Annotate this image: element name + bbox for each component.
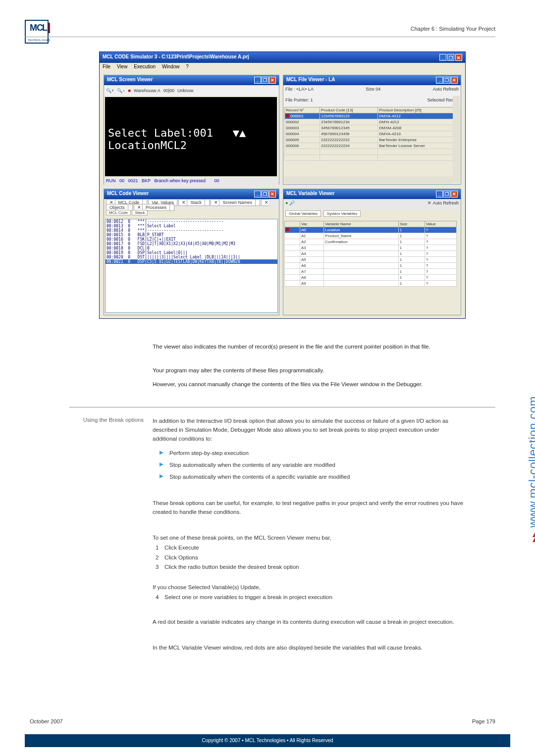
table-row[interactable]: A81? <box>285 275 457 281</box>
minimize-icon[interactable]: _ <box>254 191 261 198</box>
panel-controls[interactable]: _❐✕ <box>436 191 458 198</box>
restore-icon[interactable]: ❐ <box>443 191 450 198</box>
file-value: <LA> LA <box>296 87 314 92</box>
info-icon[interactable]: ● <box>285 201 288 205</box>
logo: M C L TECHNOLOGIES <box>25 20 49 44</box>
col-desc: Product Description [25] <box>378 107 460 113</box>
tab-global[interactable]: Global Variables <box>285 210 321 217</box>
minimize-icon[interactable]: _ <box>436 77 443 84</box>
sel-label: Selected Rec. <box>427 98 455 102</box>
minimize-icon[interactable]: _ <box>254 77 261 84</box>
simulator-titlebar: MCL CODE Simulator 3 - C:\123Print\Proje… <box>100 52 465 63</box>
paragraph: These break options can be useful, for e… <box>153 499 465 517</box>
codeviewer-subtabs[interactable]: MCL Code Stack <box>104 209 279 218</box>
table-row[interactable]: 0000044567890123456DMXA-4210 <box>285 131 460 137</box>
subtab-code[interactable]: MCL Code <box>106 210 131 215</box>
table-row[interactable]: A91? <box>285 281 457 287</box>
step: 1Click Execute <box>156 544 465 553</box>
file-label: File : <box>285 87 295 92</box>
table-row[interactable]: 0000011234567890123DMXA-4212 <box>285 113 460 119</box>
paragraph: In addition to the Interactive I/O break… <box>153 417 465 443</box>
table-row[interactable]: 0000052222222222222BarTender Enterprise <box>285 137 460 143</box>
screenviewer-toolbar[interactable]: 🔍+ 🔍− ■ Warehouse A 00|00 Unknow <box>104 85 279 96</box>
code-line: 00:0018 0 DCL|0 <box>106 246 277 251</box>
menu-view[interactable]: View <box>117 64 128 69</box>
codeviewer-title: MCL Code Viewer <box>107 191 149 198</box>
tab-screennames[interactable]: ✕ Screen Names <box>211 199 260 206</box>
close-icon[interactable]: ✕ <box>451 191 458 198</box>
panel-controls[interactable]: _❐✕ <box>254 191 276 198</box>
restore-icon[interactable]: ❐ <box>262 191 268 198</box>
menu-file[interactable]: File <box>103 64 110 69</box>
restore-icon[interactable]: ❐ <box>262 77 268 84</box>
step: 3Click the radio button beside the desir… <box>156 563 465 572</box>
fileviewer-title: MCL File Viewer - LA <box>286 77 335 84</box>
menubar[interactable]: File View Execution Window ? <box>100 63 465 72</box>
arrow-icon: ▸▸ <box>529 533 535 542</box>
auto-refresh-button[interactable]: ✕ Auto Refresh <box>428 201 459 208</box>
table-row[interactable]: A61? <box>285 263 457 269</box>
menu-window[interactable]: Window <box>162 64 180 69</box>
vertical-scrollbar[interactable] <box>453 96 460 182</box>
tab-system[interactable]: System Variables <box>323 210 361 217</box>
close-icon[interactable]: ✕ <box>269 77 276 84</box>
footer-page: Page 179 <box>472 718 495 724</box>
subtab-stack[interactable]: Stack <box>132 210 148 215</box>
table-row[interactable]: A41? <box>285 251 457 257</box>
table-row[interactable]: 0000033456789012345DMXM-4208 <box>285 125 460 131</box>
bullet-item: Stop automatically when the contents of … <box>162 473 465 482</box>
restore-icon[interactable]: ❐ <box>447 54 454 61</box>
codeviewer-tabs[interactable]: ✕ MCL CodeVar. Values✕ Stack✕ Screen Nam… <box>104 199 279 209</box>
steps-block: If you choose Selected Variable(s) Updat… <box>153 583 465 603</box>
device-screen: Select Label:001 ▼▲ LocationMCL2 <box>105 97 277 176</box>
section-rule <box>69 407 495 407</box>
zoom-in-icon[interactable]: 🔍+ <box>106 88 114 93</box>
step: 4Select one or more variables to trigger… <box>156 593 465 602</box>
variables-table[interactable]: Var.Variable NameSizeValue A0Location1? … <box>284 221 457 287</box>
status-v2: 0021 <box>128 178 138 183</box>
close-icon[interactable]: ✕ <box>451 77 458 84</box>
status-right: 00 <box>214 178 219 183</box>
table-row[interactable]: A71? <box>285 269 457 275</box>
menu-execution[interactable]: Execution <box>134 64 156 69</box>
record-marker-icon <box>286 114 289 117</box>
auto-refresh-button[interactable]: Auto Refresh <box>432 87 459 95</box>
file-records-table[interactable]: Record N°Product Code [13]Product Descri… <box>284 107 460 161</box>
minimize-icon[interactable]: _ <box>436 191 443 198</box>
window-controls[interactable]: _ ❐ ✕ <box>439 54 462 61</box>
file-viewer-panel: MCL File Viewer - LA _❐✕ File : <LA> LA … <box>283 75 461 185</box>
paragraph: In the MCL Variable Viewer window, red d… <box>153 644 465 653</box>
minimize-icon[interactable]: _ <box>439 54 446 61</box>
panel-controls[interactable]: _❐✕ <box>436 77 458 84</box>
table-row[interactable]: A1Product_Name1? <box>285 233 457 239</box>
panel-controls[interactable]: _❐✕ <box>254 77 276 84</box>
search-icon[interactable]: 🔎 <box>289 201 295 205</box>
menu-help[interactable]: ? <box>186 64 189 69</box>
table-row[interactable]: A31? <box>285 245 457 251</box>
varviewer-tabs[interactable]: Global Variables System Variables <box>283 210 461 220</box>
zoom-out-icon[interactable]: 🔍− <box>117 88 125 93</box>
horizontal-scrollbar[interactable] <box>284 176 453 183</box>
break-dot-icon <box>286 228 289 231</box>
close-icon[interactable]: ✕ <box>455 54 462 61</box>
fileviewer-toolbar: File : <LA> LA Size 04 Auto Refresh <box>283 85 461 96</box>
close-icon[interactable]: ✕ <box>269 191 276 198</box>
stop-icon[interactable]: ■ <box>128 88 131 93</box>
restore-icon[interactable]: ❐ <box>443 77 450 84</box>
table-row <box>285 149 460 155</box>
table-row[interactable]: A0Location1? <box>285 227 457 233</box>
code-listing[interactable]: 00:0012 0 ***|--------------------------… <box>105 219 278 313</box>
status-v1: 00 <box>119 178 124 183</box>
paragraph: If you choose Selected Variable(s) Updat… <box>153 583 465 592</box>
table-row[interactable]: A2Confirmation1? <box>285 239 457 245</box>
col-record: Record N° <box>285 107 320 113</box>
tab-stack[interactable]: ✕ Stack <box>178 199 210 206</box>
screenviewer-title: MCL Screen Viewer <box>107 77 153 84</box>
table-row[interactable]: 0000062222222222224BarTender License Ser… <box>285 143 460 149</box>
col-name: Variable Name <box>324 221 399 227</box>
table-row[interactable]: A51? <box>285 257 457 263</box>
table-row[interactable]: 0000022345678901234DMXI-4212 <box>285 119 460 125</box>
col-code: Product Code [13] <box>320 107 377 113</box>
page-indicator: 00|00 <box>163 88 174 93</box>
varviewer-toolbar[interactable]: ● 🔎 ✕ Auto Refresh <box>283 199 461 210</box>
